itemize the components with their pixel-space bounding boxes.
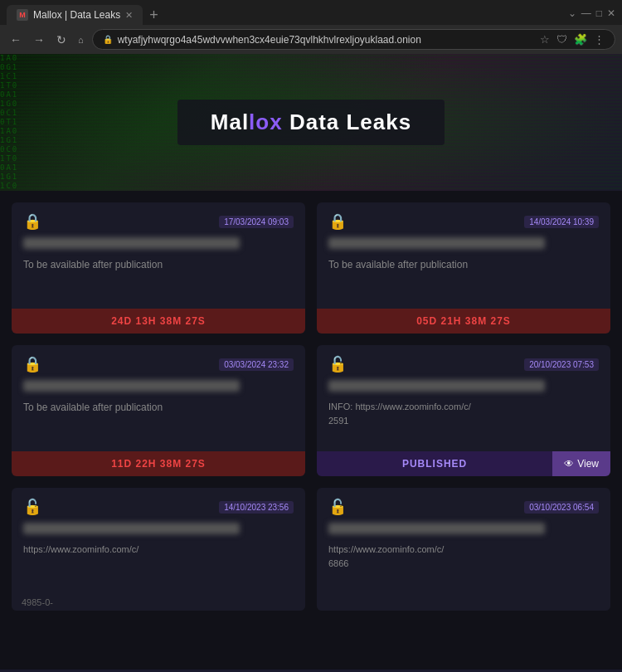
unlocked-icon-6: 🔓	[328, 498, 347, 516]
bookmark-icon[interactable]: ☆	[540, 33, 550, 46]
card-1-date: 17/03/2024 09:03	[219, 216, 294, 228]
leak-card-1: 🔒 17/03/2024 09:03 To be available after…	[12, 202, 305, 334]
card-3-footer: 11D 22H 38M 27S	[12, 451, 305, 476]
new-tab-button[interactable]: +	[143, 7, 165, 24]
address-right-icons: ☆ 🛡 🧩 ⋮	[540, 33, 605, 46]
card-1-footer: 24D 13H 38M 27S	[12, 309, 305, 334]
menu-icon[interactable]: ⋮	[594, 33, 605, 46]
forward-button[interactable]: →	[30, 32, 48, 48]
card-5-footer: 4985-0-	[12, 594, 305, 611]
card-6-date: 03/10/2023 06:54	[524, 501, 599, 514]
browser-controls: ⌄ — □ ✕	[568, 7, 615, 22]
address-bar-row: ← → ↻ ⌂ 🔒 wtyafjyhwqrgo4a45wdvvwhen3cx4e…	[0, 25, 622, 54]
matrix-col-1: 1011010011010110	[0, 54, 4, 191]
leak-card-2: 🔒 14/03/2024 10:39 To be available after…	[317, 202, 610, 334]
browser-chrome: M Mallox | Data Leaks ✕ + ⌄ — □ ✕ ← → ↻ …	[0, 0, 622, 54]
card-4-date: 20/10/2023 07:53	[524, 358, 599, 371]
reload-button[interactable]: ↻	[53, 32, 70, 48]
leak-card-3: 🔒 03/03/2024 23:32 To be available after…	[12, 345, 305, 476]
extensions-icon[interactable]: 🧩	[574, 33, 587, 46]
card-6-company	[328, 523, 545, 534]
card-1-header: 🔒 17/03/2024 09:03	[23, 212, 294, 231]
card-3-description: To be available after publication	[23, 400, 294, 441]
card-1-timer: 24D 13H 38M 27S	[12, 309, 305, 334]
eye-icon-4: 👁	[564, 458, 574, 470]
shield-icon[interactable]: 🛡	[556, 33, 567, 46]
hero-title-rest: Data Leaks	[283, 110, 412, 134]
secure-icon: 🔒	[103, 35, 113, 44]
unlocked-icon-4: 🔓	[328, 355, 347, 373]
card-2-header: 🔒 14/03/2024 10:39	[328, 212, 599, 231]
card-5-company	[23, 523, 240, 534]
tab-favicon: M	[17, 9, 28, 21]
card-5-date: 14/10/2023 23:56	[219, 501, 294, 514]
locked-icon-2: 🔒	[328, 212, 347, 231]
tab-bar: M Mallox | Data Leaks ✕ + ⌄ — □ ✕	[0, 0, 622, 25]
card-1-body: 🔒 17/03/2024 09:03 To be available after…	[12, 202, 305, 309]
card-3-timer: 11D 22H 38M 27S	[12, 451, 305, 476]
card-4-company	[328, 380, 545, 392]
card-4-published-bar: PUBLISHED 👁 View	[317, 451, 610, 476]
card-6-info: https://www.zoominfo.com/c/6866	[328, 543, 599, 584]
hero-banner: 1011010011010110 AGCTAGCTAGCTAGC 0110101…	[0, 54, 622, 191]
minimize-icon[interactable]: —	[581, 7, 591, 19]
browser-close-icon[interactable]: ✕	[607, 7, 615, 19]
home-button[interactable]: ⌂	[75, 33, 87, 46]
card-4-footer: PUBLISHED 👁 View	[317, 451, 610, 476]
tab-title: Mallox | Data Leaks	[33, 9, 120, 21]
locked-icon-3: 🔒	[23, 355, 41, 373]
matrix-col-3: 011010110100110	[12, 54, 17, 191]
card-2-body: 🔒 14/03/2024 10:39 To be available after…	[317, 202, 610, 309]
card-4-published-label: PUBLISHED	[317, 451, 552, 476]
card-3-header: 🔒 03/03/2024 23:32	[23, 355, 294, 373]
card-6-footer	[317, 604, 610, 611]
unlocked-icon-5: 🔓	[23, 498, 41, 516]
address-bar[interactable]: 🔒 wtyafjyhwqrgo4a45wdvvwhen3cx4euie73qvl…	[92, 29, 615, 50]
locked-icon-1: 🔒	[23, 212, 41, 231]
card-2-company	[328, 237, 545, 249]
card-4-view-button[interactable]: 👁 View	[552, 451, 610, 476]
card-1-description: To be available after publication	[23, 257, 294, 299]
card-5-extra: 4985-0-	[12, 594, 305, 611]
card-2-date: 14/03/2024 10:39	[524, 216, 599, 228]
tab-close-button[interactable]: ✕	[125, 10, 133, 21]
card-6-extra	[317, 604, 610, 611]
view-label-4: View	[577, 458, 599, 470]
card-2-footer: 05D 21H 38M 27S	[317, 309, 610, 334]
collapse-icon[interactable]: ⌄	[568, 7, 576, 19]
hero-title-mal: Mal	[211, 110, 249, 134]
card-4-info: INFO: https://www.zoominfo.com/c/2591	[328, 400, 599, 441]
card-6-header: 🔓 03/10/2023 06:54	[328, 498, 599, 516]
card-5-body: 🔓 14/10/2023 23:56 https://www.zoominfo.…	[12, 488, 305, 594]
hero-title: Mallox Data Leaks	[211, 110, 411, 134]
card-5-header: 🔓 14/10/2023 23:56	[23, 498, 294, 516]
card-1-company	[23, 237, 240, 249]
url-text: wtyafjyhwqrgo4a45wdvvwhen3cx4euie73qvlhk…	[118, 34, 535, 46]
cards-grid: 🔒 17/03/2024 09:03 To be available after…	[0, 191, 622, 622]
hero-title-box: Mallox Data Leaks	[177, 100, 445, 145]
card-6-body: 🔓 03/10/2023 06:54 https://www.zoominfo.…	[317, 488, 610, 604]
hero-title-lox: lox	[249, 110, 283, 134]
card-3-date: 03/03/2024 23:32	[219, 358, 294, 371]
card-2-description: To be available after publication	[328, 257, 599, 299]
restore-icon[interactable]: □	[596, 7, 602, 19]
leak-card-6: 🔓 03/10/2023 06:54 https://www.zoominfo.…	[317, 488, 610, 611]
card-2-timer: 05D 21H 38M 27S	[317, 309, 610, 334]
matrix-col-2: AGCTAGCTAGCTAGC	[6, 54, 10, 191]
card-3-body: 🔒 03/03/2024 23:32 To be available after…	[12, 345, 305, 451]
back-button[interactable]: ←	[7, 32, 25, 48]
active-tab[interactable]: M Mallox | Data Leaks ✕	[7, 5, 143, 25]
page-content: 1011010011010110 AGCTAGCTAGCTAGC 0110101…	[0, 54, 622, 670]
card-3-company	[23, 380, 240, 392]
leak-card-5: 🔓 14/10/2023 23:56 https://www.zoominfo.…	[12, 488, 305, 611]
card-5-info: https://www.zoominfo.com/c/	[23, 543, 294, 584]
card-4-header: 🔓 20/10/2023 07:53	[328, 355, 599, 373]
card-4-body: 🔓 20/10/2023 07:53 INFO: https://www.zoo…	[317, 345, 610, 451]
leak-card-4: 🔓 20/10/2023 07:53 INFO: https://www.zoo…	[317, 345, 610, 476]
